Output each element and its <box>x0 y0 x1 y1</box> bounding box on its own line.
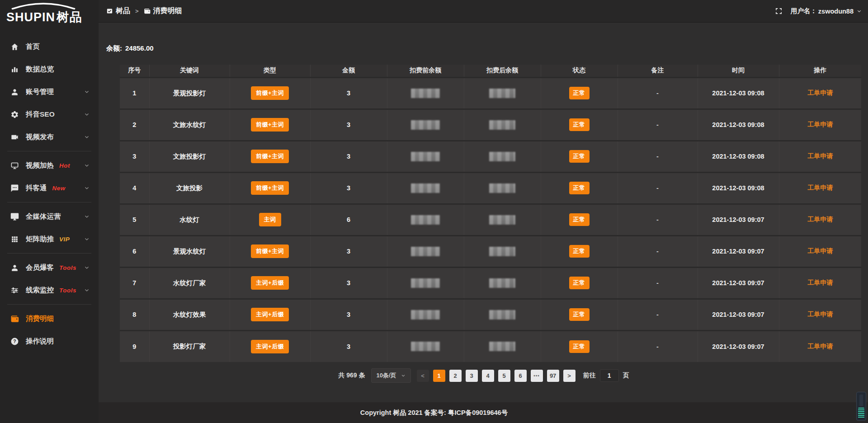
goto-page-input[interactable] <box>600 369 619 382</box>
masked-value <box>411 89 440 98</box>
cell-balance-after <box>464 77 541 109</box>
sidebar-item-label: 线索监控 <box>26 286 54 295</box>
cell-type: 主词+后缀 <box>230 299 310 330</box>
sidebar-item-douyin-seo[interactable]: 抖音SEO <box>0 103 99 126</box>
sidebar-item-data-overview[interactable]: 数据总览 <box>0 58 99 80</box>
page-button-5[interactable]: 5 <box>498 370 510 382</box>
sidebar-item-badge: New <box>52 185 66 192</box>
page-button-97[interactable]: 97 <box>547 370 559 382</box>
floating-widget[interactable] <box>856 392 866 421</box>
goto-suffix: 页 <box>623 371 629 380</box>
ticket-apply-link[interactable]: 工单申请 <box>807 247 833 254</box>
logo-text-en: SHUPIN <box>6 10 55 24</box>
ticket-apply-link[interactable]: 工单申请 <box>807 89 833 96</box>
page-button-4[interactable]: 4 <box>482 370 494 382</box>
page-button-1[interactable]: 1 <box>433 370 445 382</box>
sidebar-item-matrix-boost[interactable]: 矩阵助推VIP <box>0 228 99 250</box>
column-header: 扣费后余额 <box>464 65 541 77</box>
chevron-down-icon <box>84 185 90 191</box>
column-header: 序号 <box>120 65 149 77</box>
type-badge: 前缀+主词 <box>251 118 289 132</box>
sidebar-item-operation-guide[interactable]: ?操作说明 <box>0 330 99 352</box>
wallet-icon <box>10 315 19 323</box>
cell-time: 2021-12-03 09:07 <box>698 299 779 330</box>
pagination: 共 969 条 10条/页 < 123456•••97 > 前往 页 <box>106 368 861 383</box>
chevron-down-icon <box>84 112 90 117</box>
balance-value: 24856.00 <box>125 44 154 52</box>
sidebar-item-consumption-detail[interactable]: 消费明细 <box>0 307 99 330</box>
masked-value <box>411 152 440 161</box>
cell-index: 2 <box>120 109 149 141</box>
sidebar-item-account-management[interactable]: 账号管理 <box>0 80 99 103</box>
cell-balance-before <box>387 204 464 235</box>
sidebar-item-label: 抖音SEO <box>26 110 55 119</box>
column-header: 关键词 <box>149 65 230 77</box>
sidebar-item-all-media[interactable]: 全媒体运营 <box>0 205 99 228</box>
status-badge: 正常 <box>569 308 590 321</box>
cell-amount: 3 <box>310 235 387 267</box>
total-count: 共 969 条 <box>338 371 365 380</box>
monitor-icon <box>10 212 19 221</box>
sidebar-item-home[interactable]: 首页 <box>0 35 99 58</box>
type-badge: 主词+后缀 <box>251 276 289 290</box>
cell-keyword: 文旅投影灯 <box>149 141 230 172</box>
page-button-6[interactable]: 6 <box>514 370 527 382</box>
fullscreen-icon[interactable] <box>775 7 783 15</box>
ticket-apply-link[interactable]: 工单申请 <box>807 152 833 160</box>
cell-action: 工单申请 <box>779 235 861 267</box>
ticket-apply-link[interactable]: 工单申请 <box>807 310 833 318</box>
cell-action: 工单申请 <box>779 172 861 204</box>
ticket-apply-link[interactable]: 工单申请 <box>807 279 833 286</box>
sidebar-item-video-heat[interactable]: 视频加热Hot <box>0 154 99 177</box>
sidebar-item-douketong[interactable]: 抖客通New <box>0 177 99 199</box>
topbar: 树品 > 消费明细 用户名：zswodun88 <box>99 0 868 23</box>
sliders-icon <box>10 286 19 295</box>
wallet-icon <box>144 8 151 14</box>
status-badge: 正常 <box>569 87 590 99</box>
table-body: 1景观投影灯前缀+主词3正常-2021-12-03 09:08工单申请2文旅水纹… <box>120 77 861 362</box>
status-badge: 正常 <box>569 213 590 226</box>
chevron-down-icon <box>84 163 90 168</box>
page-size-select[interactable]: 10条/页 <box>371 368 411 383</box>
pager-ellipsis[interactable]: ••• <box>531 370 543 382</box>
cell-status: 正常 <box>541 77 618 109</box>
sidebar-item-clue-monitor[interactable]: 线索监控Tools <box>0 279 99 301</box>
cell-action: 工单申请 <box>779 204 861 235</box>
sidebar-item-label: 首页 <box>26 42 40 52</box>
cell-remark: - <box>618 204 698 235</box>
cell-type: 主词+后缀 <box>230 330 310 362</box>
cell-status: 正常 <box>541 330 618 362</box>
ticket-apply-link[interactable]: 工单申请 <box>807 343 833 350</box>
masked-value <box>411 310 440 320</box>
cell-action: 工单申请 <box>779 299 861 330</box>
page-button-3[interactable]: 3 <box>466 370 478 382</box>
user-menu[interactable]: 用户名：zswodun88 <box>791 7 862 15</box>
cell-time: 2021-12-03 09:07 <box>698 330 779 362</box>
username-value: zswodun88 <box>818 8 854 15</box>
logo-arc <box>9 3 78 9</box>
cell-balance-before <box>387 267 464 299</box>
cell-amount: 3 <box>310 109 387 141</box>
breadcrumb-home[interactable]: 树品 <box>106 6 130 16</box>
column-header: 金额 <box>310 65 387 77</box>
masked-value <box>489 247 515 256</box>
table-row: 8水纹灯效果主词+后缀3正常-2021-12-03 09:07工单申请 <box>120 299 861 330</box>
status-badge: 正常 <box>569 182 590 194</box>
next-page-button[interactable]: > <box>563 370 576 382</box>
cell-index: 9 <box>120 330 149 362</box>
cell-balance-after <box>464 109 541 141</box>
breadcrumb-current: 消费明细 <box>144 6 182 16</box>
sidebar-item-video-publish[interactable]: 视频发布 <box>0 126 99 148</box>
cell-status: 正常 <box>541 267 618 299</box>
page-button-2[interactable]: 2 <box>449 370 462 382</box>
ticket-apply-link[interactable]: 工单申请 <box>807 121 833 128</box>
sidebar-item-member-burst[interactable]: 会员爆客Tools <box>0 256 99 279</box>
masked-value <box>489 183 515 193</box>
prev-page-button[interactable]: < <box>417 370 429 382</box>
footer: Copyright 树品 2021 备案号: 粤ICP备09019646号 <box>0 402 868 423</box>
sidebar-divider <box>7 151 91 151</box>
sidebar: SHUPIN树品 首页数据总览账号管理抖音SEO视频发布视频加热Hot抖客通Ne… <box>0 0 99 423</box>
ticket-apply-link[interactable]: 工单申请 <box>807 184 833 191</box>
masked-value <box>411 278 440 288</box>
ticket-apply-link[interactable]: 工单申请 <box>807 216 833 223</box>
